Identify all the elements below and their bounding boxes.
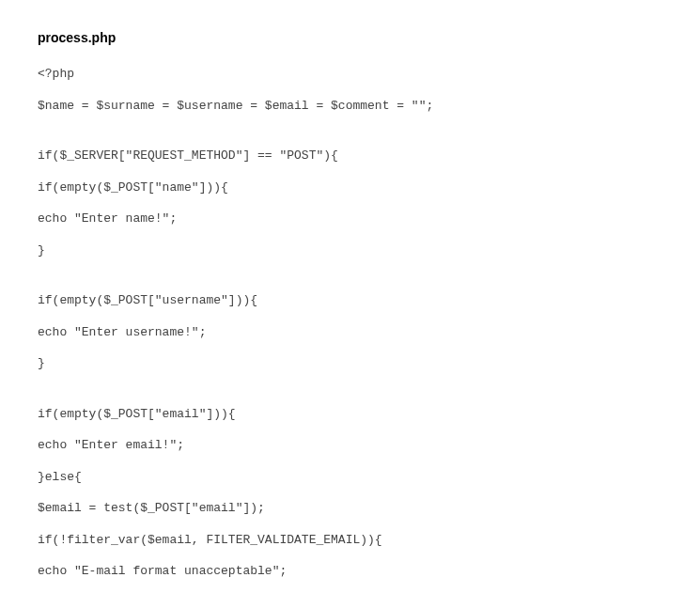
blank-line (38, 386, 662, 405)
code-line: if(empty($_POST["name"])){ (38, 179, 662, 197)
code-line: <?php (38, 65, 662, 84)
file-name-heading: process.php (38, 28, 662, 48)
code-line: $email = test($_POST["email"]); (38, 499, 662, 518)
blank-line (38, 128, 662, 147)
code-line: }else{ (38, 468, 662, 487)
code-line: $name = $surname = $username = $email = … (38, 97, 662, 116)
code-line: } (38, 242, 662, 260)
code-line: echo "E-mail format unacceptable"; (38, 562, 662, 581)
code-line: } (38, 354, 662, 373)
code-line: echo "Enter username!"; (38, 323, 662, 342)
code-line: echo "Enter name!"; (38, 210, 662, 228)
code-line: if(!filter_var($email, FILTER_VALIDATE_E… (38, 531, 662, 550)
code-line: if($_SERVER["REQUEST_METHOD"] == "POST")… (38, 147, 662, 165)
blank-line (38, 273, 662, 291)
code-line: if(empty($_POST["email"])){ (38, 405, 662, 424)
code-line: echo "Enter email!"; (38, 436, 662, 455)
code-line: if(empty($_POST["username"])){ (38, 291, 662, 310)
